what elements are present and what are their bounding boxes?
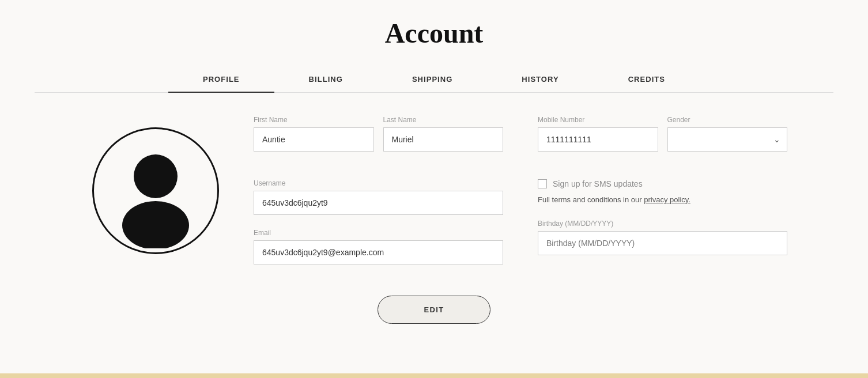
first-name-label: First Name <box>254 116 374 124</box>
page-title: Account <box>35 17 833 49</box>
tab-nav: PROFILE BILLING SHIPPING HISTORY CREDITS <box>35 66 833 93</box>
mobile-label: Mobile Number <box>538 116 658 124</box>
username-input[interactable] <box>254 191 503 215</box>
last-name-input[interactable] <box>383 127 504 152</box>
email-input[interactable] <box>254 240 503 264</box>
birthday-label: Birthday (MM/DD/YYYY) <box>538 220 787 228</box>
sms-checkbox[interactable] <box>538 179 547 188</box>
avatar-icon <box>98 133 213 248</box>
gender-select[interactable]: Male Female Other <box>667 127 788 152</box>
avatar <box>92 127 219 254</box>
svg-point-0 <box>134 154 178 198</box>
edit-button[interactable]: EDIT <box>378 296 491 324</box>
privacy-policy-link[interactable]: privacy policy. <box>644 195 690 204</box>
last-name-label: Last Name <box>383 116 504 124</box>
gender-label: Gender <box>667 116 788 124</box>
birthday-input[interactable] <box>538 231 787 255</box>
tab-shipping[interactable]: SHIPPING <box>378 67 487 93</box>
tab-credits[interactable]: CREDITS <box>594 67 700 93</box>
first-name-input[interactable] <box>254 127 374 152</box>
svg-point-1 <box>122 201 189 248</box>
privacy-text: Full terms and conditions in our privacy… <box>538 194 787 206</box>
sms-label: Sign up for SMS updates <box>553 179 643 188</box>
tab-profile[interactable]: PROFILE <box>168 67 274 93</box>
mobile-input[interactable] <box>538 127 658 152</box>
username-label: Username <box>254 179 503 187</box>
tab-history[interactable]: HISTORY <box>487 67 593 93</box>
bottom-bar <box>0 373 868 378</box>
tab-billing[interactable]: BILLING <box>274 67 378 93</box>
email-label: Email <box>254 229 503 237</box>
